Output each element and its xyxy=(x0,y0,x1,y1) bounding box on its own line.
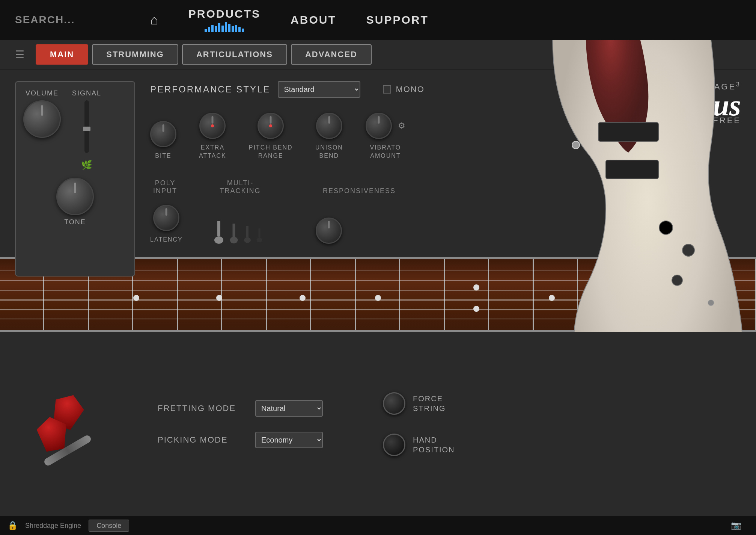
fretting-picking-section: FRETTING MODE Natural Auto Manual PICKIN… xyxy=(158,400,323,448)
responsiveness-knob[interactable] xyxy=(316,218,342,244)
guitar-icon-3 xyxy=(243,225,252,244)
extra-attack-knob[interactable] xyxy=(199,113,226,139)
latency-col: LATENCY xyxy=(150,205,183,244)
signal-label: SIGNAL xyxy=(72,89,101,97)
picking-mode-label: PICKING MODE xyxy=(158,435,248,445)
knobs-row-2: LATENCY xyxy=(150,205,741,244)
vibrato-amount-knob[interactable] xyxy=(366,113,392,139)
tab-strumming[interactable]: STRUMMING xyxy=(92,44,178,65)
svg-rect-6 xyxy=(258,228,260,238)
force-string-row: FORCE STRING xyxy=(383,392,455,415)
tab-articulations[interactable]: ARTICULATIONS xyxy=(182,44,287,65)
fretting-mode-row: FRETTING MODE Natural Auto Manual xyxy=(158,400,323,417)
responsiveness-label: RESPONSIVENESS xyxy=(323,187,390,195)
hand-position-label: HAND POSITION xyxy=(413,435,455,455)
tab-advanced[interactable]: ADVANCED xyxy=(291,44,372,65)
knobs-row-2-labels: POLY INPUT MULTI-TRACKING RESPONSIVENESS xyxy=(150,179,741,201)
vibrato-amount-col: ⚙ VIBRATO AMOUNT xyxy=(366,113,405,160)
tab-bar: ☰ MAIN STRUMMING ARTICULATIONS ADVANCED xyxy=(0,40,756,70)
camera-icon[interactable]: 📷 xyxy=(731,521,741,530)
poly-input-label: POLY INPUT xyxy=(150,179,180,195)
signal-fader[interactable] xyxy=(84,100,89,153)
engine-label: Shreddage Engine xyxy=(25,522,81,530)
pitch-bend-range-label: PITCH BEND RANGE xyxy=(249,144,293,160)
search-input[interactable]: SEARCH... xyxy=(15,14,128,26)
mono-row: MONO xyxy=(383,85,424,94)
svg-point-5 xyxy=(244,237,251,243)
fretting-mode-label: FRETTING MODE xyxy=(158,404,248,413)
multi-track-col xyxy=(213,221,263,244)
console-button[interactable]: Console xyxy=(89,520,129,532)
responsiveness-knob-col xyxy=(316,218,342,244)
brand-logo: SHREDDAGE3 Stratus FREE xyxy=(652,81,741,125)
vibrato-amount-label: VIBRATO AMOUNT xyxy=(370,144,401,160)
nav-link-about[interactable]: ABOUT xyxy=(291,14,336,26)
unison-bend-col: UNISON BEND xyxy=(315,113,343,160)
nav-link-support[interactable]: SUPPORT xyxy=(366,14,429,26)
main-content: ☰ MAIN STRUMMING ARTICULATIONS ADVANCED … xyxy=(0,40,756,516)
picking-mode-select[interactable]: Economy Alternate Strict Alternate xyxy=(255,432,323,448)
multi-tracking-label: MULTI-TRACKING xyxy=(210,179,270,195)
guitar-icon-4 xyxy=(256,227,263,244)
multi-track-selector[interactable] xyxy=(213,221,263,244)
performance-style-select[interactable]: Standard xyxy=(278,81,360,98)
fader-thumb xyxy=(83,127,90,131)
volume-label: VOLUME xyxy=(26,89,59,97)
tone-group: TONE xyxy=(23,178,127,226)
home-button[interactable]: ⌂ xyxy=(150,12,158,28)
mono-checkbox[interactable] xyxy=(383,85,391,94)
nav-link-products[interactable]: PRODUCTS xyxy=(188,8,261,32)
performance-style-label: PERFORMANCE STYLE xyxy=(150,84,270,95)
tone-label: TONE xyxy=(64,218,86,226)
volume-group: VOLUME xyxy=(23,89,61,170)
nav-links: PRODUCTS ABOUT SUPPORT xyxy=(188,8,429,32)
svg-point-1 xyxy=(214,236,223,244)
status-bar: 🔒 Shreddage Engine Console 📷 xyxy=(0,516,756,535)
bite-knob[interactable] xyxy=(150,121,176,147)
svg-point-7 xyxy=(256,238,262,243)
guitar-icon-2 xyxy=(229,223,239,244)
extra-attack-label: EXTRA ATTACK xyxy=(199,144,226,160)
force-string-label: FORCE STRING xyxy=(413,394,446,413)
volume-signal-row: VOLUME SIGNAL 🌿 xyxy=(23,89,127,170)
hand-position-row: HAND POSITION xyxy=(383,434,455,456)
unison-bend-knob[interactable] xyxy=(316,113,342,139)
svg-rect-2 xyxy=(232,224,235,237)
tab-main[interactable]: MAIN xyxy=(36,44,88,65)
force-string-knob[interactable] xyxy=(383,392,405,415)
extra-attack-col: EXTRA ATTACK xyxy=(199,113,226,160)
leaf-icon: 🌿 xyxy=(81,160,92,170)
picks-area xyxy=(30,387,105,462)
mono-label: MONO xyxy=(396,85,424,94)
guitar-icon-1 xyxy=(213,221,225,244)
products-bars-icon xyxy=(205,22,244,32)
bite-col: BITE xyxy=(150,121,176,160)
pitch-bend-range-knob[interactable] xyxy=(258,113,284,139)
signal-group: SIGNAL 🌿 xyxy=(72,89,101,170)
left-panel: VOLUME SIGNAL 🌿 TONE xyxy=(15,81,135,277)
volume-knob[interactable] xyxy=(23,100,61,138)
svg-rect-4 xyxy=(246,226,248,237)
picking-mode-row: PICKING MODE Economy Alternate Strict Al… xyxy=(158,432,323,448)
latency-label: LATENCY xyxy=(150,236,183,244)
bite-label: BITE xyxy=(155,152,172,160)
tone-knob[interactable] xyxy=(56,178,94,215)
unison-bend-label: UNISON BEND xyxy=(315,144,343,160)
product-name: Stratus xyxy=(652,92,741,119)
document-icon[interactable]: ☰ xyxy=(15,48,24,61)
force-hand-section: FORCE STRING HAND POSITION xyxy=(383,392,455,456)
pitch-bend-range-col: PITCH BEND RANGE xyxy=(249,113,293,160)
vibrato-gear-icon[interactable]: ⚙ xyxy=(398,121,405,131)
top-nav: SEARCH... ⌂ PRODUCTS ABOUT SUPPORT xyxy=(0,0,756,40)
latency-knob[interactable] xyxy=(153,205,179,231)
lock-icon: 🔒 xyxy=(8,521,18,530)
bottom-panel: FRETTING MODE Natural Auto Manual PICKIN… xyxy=(0,332,756,516)
fretting-mode-select[interactable]: Natural Auto Manual xyxy=(255,400,323,417)
svg-point-3 xyxy=(230,237,238,243)
svg-rect-0 xyxy=(217,221,220,236)
hand-position-knob[interactable] xyxy=(383,434,405,456)
